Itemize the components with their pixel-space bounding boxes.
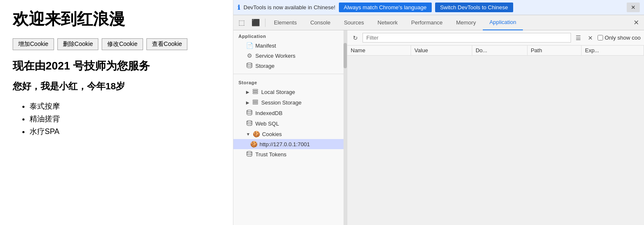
only-show-text: Only show coo	[605, 35, 641, 41]
tab-network[interactable]: Network	[371, 15, 405, 30]
only-show-label[interactable]: Only show coo	[598, 35, 641, 41]
filter-input[interactable]	[363, 33, 571, 43]
service-list: 泰式按摩 精油搓背 水疗SPA	[13, 101, 220, 137]
manifest-icon: 📄	[246, 42, 253, 49]
scrollbar-thumb[interactable]	[344, 43, 347, 68]
device-icon-btn[interactable]: ⬛	[248, 17, 263, 28]
sidebar-item-label: Cookies	[262, 131, 282, 137]
add-cookie-btn[interactable]: 增加Cookie	[13, 38, 54, 50]
expand-icon: ▶	[246, 90, 249, 94]
service-workers-icon: ⚙	[246, 52, 253, 59]
sidebar-item-label: Service Workers	[255, 53, 295, 59]
cookie-table-container: Name Value Do... Path Exp...	[347, 46, 644, 225]
col-value: Value	[411, 46, 472, 56]
content-toolbar: ↻ ☰ ✕ Only show coo	[347, 30, 644, 46]
tab-sources[interactable]: Sources	[337, 15, 371, 30]
col-domain: Do...	[472, 46, 527, 56]
svg-rect-5	[253, 102, 258, 103]
sidebar-section-application: Application	[233, 30, 347, 40]
tab-elements[interactable]: Elements	[267, 15, 303, 30]
sidebar-item-indexeddb[interactable]: IndexedDB	[233, 108, 347, 118]
refresh-btn[interactable]: ↻	[351, 33, 360, 43]
modify-cookie-btn[interactable]: 修改Cookie	[102, 38, 143, 50]
sidebar-item-local-storage[interactable]: ▶ Local Storage	[233, 87, 347, 97]
local-storage-icon	[252, 88, 259, 96]
tab-console[interactable]: Console	[303, 15, 337, 30]
storage-app-icon	[246, 62, 253, 70]
switch-to-chinese-btn[interactable]: Switch DevTools to Chinese	[435, 3, 513, 12]
web-sql-icon	[246, 120, 253, 127]
session-storage-icon	[252, 99, 259, 106]
expand-icon: ▶	[246, 100, 249, 105]
devtools-close-btn[interactable]: ✕	[630, 17, 642, 28]
sidebar-item-manifest[interactable]: 📄 Manifest	[233, 40, 347, 51]
svg-point-7	[247, 110, 252, 112]
webpage-content: 欢迎来到红浪漫 增加Cookie 删除Cookie 修改Cookie 查看Coo…	[0, 0, 233, 225]
sidebar-item-label: Manifest	[255, 43, 276, 49]
sidebar-item-cookies[interactable]: ▼ 🍪 Cookies	[233, 129, 347, 139]
tab-bar: ⬚ ⬛ Elements Console Sources Network Per…	[233, 15, 644, 30]
tab-separator	[265, 19, 265, 27]
list-item: 精油搓背	[30, 114, 220, 124]
sidebar-item-label: Trust Tokens	[255, 151, 287, 158]
banner-close-btn[interactable]: ✕	[627, 3, 640, 12]
sidebar-item-label: IndexedDB	[255, 110, 282, 116]
delete-cookie-btn[interactable]: 删除Cookie	[57, 38, 99, 50]
collapse-icon: ▼	[246, 132, 250, 137]
sidebar-item-label: Web SQL	[255, 121, 279, 127]
sidebar-item-label: Storage	[255, 63, 275, 69]
cookie-table: Name Value Do... Path Exp...	[347, 46, 644, 56]
sidebar-scrollbar[interactable]	[344, 30, 347, 225]
always-match-btn[interactable]: Always match Chrome's language	[339, 3, 432, 12]
view-cookie-btn[interactable]: 查看Cookie	[146, 38, 188, 50]
list-item: 水疗SPA	[30, 126, 220, 137]
col-expires: Exp...	[582, 46, 644, 56]
svg-rect-3	[253, 93, 258, 94]
info-icon: ℹ	[238, 4, 240, 11]
svg-point-8	[247, 121, 252, 122]
cookies-icon: 🍪	[253, 131, 260, 137]
sidebar-item-web-sql[interactable]: Web SQL	[233, 118, 347, 129]
svg-point-9	[247, 151, 252, 153]
trust-tokens-icon	[246, 151, 253, 158]
sidebar-section-storage: Storage	[233, 77, 347, 87]
tab-application[interactable]: Application	[483, 15, 523, 30]
sidebar-item-label: http://127.0.0.1:7001	[260, 141, 310, 147]
sidebar-item-session-storage[interactable]: ▶ Session Storage	[233, 97, 347, 108]
svg-rect-1	[253, 89, 258, 91]
inspect-icon-btn[interactable]: ⬚	[235, 17, 248, 28]
sidebar-item-trust-tokens[interactable]: Trust Tokens	[233, 149, 347, 160]
cookie-buttons: 增加Cookie 删除Cookie 修改Cookie 查看Cookie	[13, 38, 220, 50]
svg-rect-4	[253, 100, 258, 101]
devtools-panel: ℹ DevTools is now available in Chinese! …	[233, 0, 644, 225]
svg-rect-6	[253, 103, 258, 104]
sidebar-item-label: Session Storage	[261, 99, 301, 106]
info-banner: ℹ DevTools is now available in Chinese! …	[233, 0, 644, 15]
sidebar-item-label: Local Storage	[261, 89, 295, 95]
indexeddb-icon	[246, 110, 253, 117]
tab-performance[interactable]: Performance	[404, 15, 449, 30]
subtitle: 现在由2021 号技师为您服务	[13, 59, 220, 73]
list-item: 泰式按摩	[30, 101, 220, 111]
clear-filter-btn[interactable]: ✕	[586, 33, 595, 43]
devtools-body: Application 📄 Manifest ⚙ Service Workers…	[233, 30, 644, 225]
only-show-checkbox[interactable]	[598, 35, 603, 40]
cookie-url-icon: 🍪	[250, 141, 257, 147]
main-content: ↻ ☰ ✕ Only show coo Name Value Do...	[347, 30, 644, 225]
sidebar: Application 📄 Manifest ⚙ Service Workers…	[233, 30, 347, 225]
col-name: Name	[347, 46, 411, 56]
greeting: 您好，我是小红，今年18岁	[13, 80, 220, 93]
sidebar-item-service-workers[interactable]: ⚙ Service Workers	[233, 51, 347, 61]
tab-memory[interactable]: Memory	[449, 15, 483, 30]
sidebar-item-storage-app[interactable]: Storage	[233, 61, 347, 71]
filter-options-btn[interactable]: ☰	[574, 33, 583, 43]
col-path: Path	[527, 46, 582, 56]
banner-text: DevTools is now available in Chinese!	[244, 4, 336, 11]
svg-point-0	[247, 63, 252, 64]
sidebar-divider	[233, 74, 347, 74]
sidebar-item-cookie-url[interactable]: 🍪 http://127.0.0.1:7001	[233, 139, 347, 149]
svg-rect-2	[253, 91, 258, 92]
page-title: 欢迎来到红浪漫	[13, 8, 220, 30]
